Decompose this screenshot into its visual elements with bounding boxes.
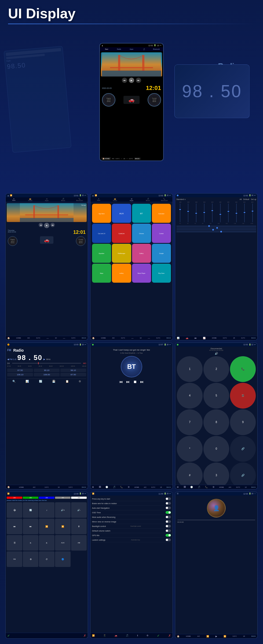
- s4-loop-icon[interactable]: 🔄: [39, 380, 42, 383]
- s7-music-btn[interactable]: ♪: [39, 502, 54, 518]
- s6-back-label[interactable]: BACK: [251, 486, 256, 488]
- s1-plus[interactable]: —: [63, 337, 65, 339]
- hero-prev-btn[interactable]: ⏮: [122, 78, 127, 83]
- s1-minus[interactable]: —: [46, 337, 49, 339]
- s7-bt-btn[interactable]: 🔵: [55, 551, 71, 567]
- s1-tab-radio[interactable]: 📻Radio: [22, 197, 38, 202]
- s6-call-btn[interactable]: 📞: [230, 356, 256, 382]
- s6-image-icon[interactable]: 🖼: [184, 486, 186, 488]
- s3-back-label[interactable]: BACK: [251, 337, 256, 339]
- app-musicplayer[interactable]: Music Player: [132, 264, 151, 283]
- s6-phone-icon[interactable]: 📞: [205, 486, 208, 488]
- s6-dial-4[interactable]: 4: [177, 383, 203, 409]
- s7-vol-up[interactable]: 🔊+: [55, 502, 71, 518]
- s2-tab-navi[interactable]: ▲Navi: [90, 197, 107, 202]
- s4-save-icon[interactable]: 💾: [52, 380, 55, 383]
- s6-dial-hash[interactable]: #: [177, 463, 203, 488]
- hero-back-btn[interactable]: BACK: [134, 158, 141, 160]
- s3-default-btn[interactable]: Default: [243, 198, 249, 201]
- hero-tab-music[interactable]: 🎵: [138, 48, 150, 51]
- s9-ff-btn3[interactable]: ⏩: [224, 635, 226, 638]
- s7-mode-btn[interactable]: 🔄: [23, 502, 38, 518]
- s4-preset-5[interactable]: 108.00: [34, 373, 60, 376]
- s4-eq-icon[interactable]: 📊: [25, 380, 29, 383]
- s6-dial-8[interactable]: 8: [203, 409, 229, 435]
- s5-clock-icon[interactable]: 🕐: [105, 486, 108, 488]
- s5-stop-btn[interactable]: ⏹: [133, 380, 137, 384]
- app-aux[interactable]: AUX: [112, 204, 131, 223]
- s7-clock-btn2[interactable]: ⏱: [39, 551, 54, 567]
- s5-music-icon[interactable]: 🎵: [113, 486, 116, 488]
- s1-next[interactable]: ⏭: [50, 223, 55, 227]
- s5-phone-icon[interactable]: 📞: [120, 486, 123, 488]
- s6-music-icon[interactable]: 🎵: [198, 486, 200, 488]
- s4-back-label[interactable]: BACK: [82, 486, 86, 488]
- s7-menu-btn[interactable]: ☰: [7, 535, 22, 551]
- s8-toggle-7[interactable]: [166, 525, 171, 527]
- s4-home-icon[interactable]: 🏠: [7, 486, 10, 488]
- s7-cancel-btn[interactable]: ✗: [83, 634, 86, 638]
- s2-back-label[interactable]: BACK: [167, 337, 171, 339]
- app-appstore[interactable]: App Store: [92, 204, 111, 223]
- s6-link-btn[interactable]: 🔗: [230, 436, 256, 462]
- s6-apps-icon[interactable]: ⊞: [177, 486, 179, 488]
- s6-dial-3[interactable]: 3: [203, 463, 229, 488]
- app-chrome[interactable]: Chrome: [132, 224, 151, 243]
- s5-ff-btn[interactable]: ⏭: [140, 380, 144, 384]
- s4-preset-1[interactable]: 87.50: [7, 369, 33, 372]
- s5-prev-btn[interactable]: ⏮: [119, 380, 123, 384]
- s1-tab-navi[interactable]: ▲Navi: [6, 197, 22, 202]
- app-mxkey[interactable]: mxKey: [112, 264, 131, 283]
- s7-am-btn[interactable]: AM: [71, 535, 87, 551]
- hero-tab-radio[interactable]: Radio: [113, 48, 125, 51]
- s7-skip-next[interactable]: ⏭: [23, 519, 38, 534]
- app-eq[interactable]: Equalizer: [92, 244, 111, 263]
- s7-k-btn1[interactable]: K: [23, 535, 38, 551]
- s9-back-label[interactable]: BACK: [251, 635, 256, 637]
- s9-heart-icon[interactable]: ♡: [254, 493, 256, 495]
- s5-back-label[interactable]: BACK: [167, 486, 171, 488]
- s4-preset-6[interactable]: 87.50: [60, 373, 86, 376]
- s6-dial-5[interactable]: 5: [203, 383, 229, 409]
- s8-toggle-9[interactable]: [166, 534, 171, 537]
- hero-next-btn[interactable]: ⏭: [136, 78, 141, 83]
- s5-image-icon[interactable]: 🖼: [99, 486, 101, 488]
- hero-play-btn[interactable]: ▶: [129, 78, 134, 83]
- s8-toggle-1[interactable]: [166, 497, 171, 500]
- app-playstore[interactable]: Play Store: [152, 264, 171, 283]
- s4-prev-freq-btn[interactable]: ◀ FM 1-3: [7, 358, 16, 361]
- hero-tab-apps[interactable]: Apps: [125, 48, 138, 51]
- s4-settings-icon[interactable]: ⚙: [79, 380, 81, 383]
- hero-tab-bt[interactable]: Bluetooth: [150, 48, 163, 51]
- s9-rew-btn[interactable]: ⏪: [206, 635, 209, 638]
- s4-next-freq-btn[interactable]: ▶: [43, 358, 45, 361]
- s7-rew-btn[interactable]: ⏪: [39, 519, 54, 534]
- app-bt[interactable]: BT: [132, 204, 151, 223]
- s7-ff-btn2[interactable]: ⏩: [55, 519, 71, 534]
- s3-preset-label[interactable]: Standard ∨: [176, 198, 186, 201]
- s5-next-btn2[interactable]: ⏭: [126, 380, 130, 384]
- s6-end-btn[interactable]: 📵: [230, 383, 256, 409]
- hero-home-btn[interactable]: 🏠 HOME: [101, 157, 111, 160]
- s8-toggle-8[interactable]: [166, 529, 171, 532]
- s8-cancel-btn[interactable]: ✗: [168, 634, 171, 638]
- s6-settings-icon[interactable]: ⚙: [213, 486, 214, 488]
- app-control[interactable]: Control: [152, 224, 171, 243]
- app-gallery[interactable]: Gallery: [132, 244, 151, 263]
- s1-home-icon[interactable]: 🏠: [7, 337, 10, 339]
- s6-dial-0[interactable]: 0: [203, 436, 229, 462]
- s6-link-btn2[interactable]: 🔗: [230, 463, 256, 488]
- s8-confirm-btn[interactable]: ✓: [157, 634, 160, 638]
- s2-tab-bt[interactable]: 📞Bluetooth: [156, 197, 173, 202]
- s1-tab-apps[interactable]: ⊞Apps: [38, 197, 55, 202]
- app-google[interactable]: Google: [152, 244, 171, 263]
- s7-fm-btn[interactable]: FM: [7, 551, 22, 567]
- app-filemanager[interactable]: FileManager: [112, 244, 131, 263]
- s7-power-btn[interactable]: ⏻: [7, 502, 22, 518]
- s7-vol-dn[interactable]: 🔊-: [71, 502, 87, 518]
- s8-toggle-5[interactable]: [166, 516, 171, 518]
- s1-tab-bt[interactable]: 📞Bluetooth: [71, 197, 88, 202]
- s2-minus[interactable]: —: [131, 337, 133, 339]
- hero-tab-navi[interactable]: Navi: [100, 48, 113, 51]
- s4-search-icon[interactable]: 🔍: [12, 380, 16, 383]
